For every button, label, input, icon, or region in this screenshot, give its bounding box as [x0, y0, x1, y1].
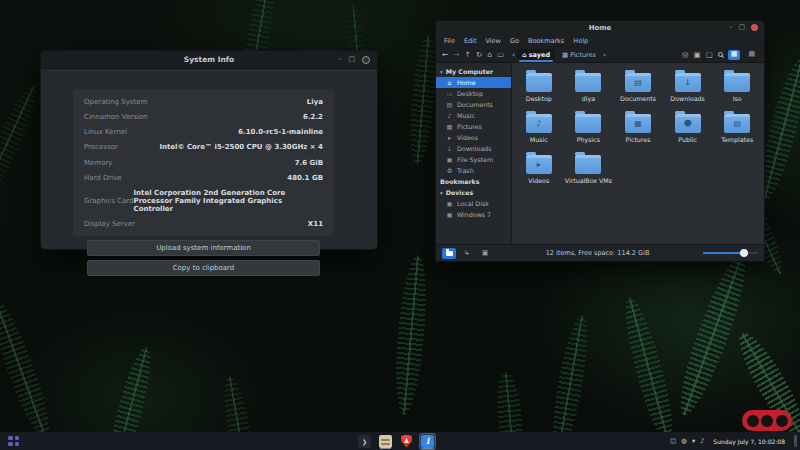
close-icon[interactable]	[362, 56, 370, 64]
search-icon[interactable]	[718, 52, 723, 57]
folder-documents[interactable]: ▤ Documents	[613, 70, 663, 102]
sidebar-item-home[interactable]: ⌂ Home	[436, 77, 511, 88]
sidebar-item-local-disk[interactable]: ▣ Local Disk	[436, 198, 511, 209]
system-tray: ◱ ◍ ▾ ♪ Sunday July 7, 10:02:08	[670, 435, 797, 447]
sidebar-section-my-computer[interactable]: ▾ My Computer	[436, 66, 511, 77]
music-player-icon[interactable]: ♪	[700, 438, 704, 445]
sidebar-section-bookmarks[interactable]: Bookmarks	[436, 176, 511, 187]
taskbar-app-launcher[interactable]: ❯	[357, 434, 372, 449]
folder-iso[interactable]: Iso	[712, 70, 762, 102]
breadcrumb-home[interactable]: ⌂ sayed	[517, 49, 555, 60]
path-scroll-right-icon[interactable]: ›	[603, 51, 606, 59]
sidebar-item-label: Trash	[457, 167, 474, 174]
open-terminal-icon[interactable]: ▣	[694, 51, 701, 59]
sidebar-toggle-button[interactable]: ▣	[478, 248, 492, 259]
menu-bookmarks[interactable]: Bookmarks	[528, 37, 564, 45]
list-view-button[interactable]: ▤	[745, 50, 758, 60]
show-desktop-button[interactable]	[794, 435, 797, 447]
maximize-icon[interactable]: ▢	[348, 56, 355, 63]
music-icon: ♪	[446, 112, 453, 119]
folder-view: Desktop diya ▤ Documents ↓ Downloads Iso	[512, 63, 764, 244]
maximize-icon[interactable]: ▢	[738, 24, 745, 31]
system-info-titlebar[interactable]: System Info – ▢	[41, 51, 377, 69]
file-manager-titlebar[interactable]: Home – ▢	[436, 21, 764, 34]
folder-virtualbox-vms[interactable]: VirtualBox VMs	[564, 152, 614, 184]
copy-to-clipboard-button[interactable]: Copy to clipboard	[87, 260, 320, 276]
close-icon[interactable]	[751, 24, 758, 31]
sidebar-item-file-system[interactable]: ▣ File System	[436, 154, 511, 165]
treeview-toggle-button[interactable]: ↳	[460, 248, 474, 259]
folder-downloads[interactable]: ↓ Downloads	[663, 70, 713, 102]
sidebar-item-trash[interactable]: ♻ Trash	[436, 165, 511, 176]
menu-file[interactable]: File	[444, 37, 455, 45]
sidebar-item-windows-7[interactable]: ▣ Windows 7	[436, 209, 511, 220]
folder-emblem	[575, 114, 601, 133]
home-icon[interactable]: ⌂	[487, 51, 492, 59]
menu-help[interactable]: Help	[573, 37, 588, 45]
folder-pictures[interactable]: ▦ Pictures	[613, 111, 663, 143]
info-label: Display Server	[84, 220, 135, 228]
reload-icon[interactable]: ↻	[476, 51, 482, 59]
folder-name: diya	[582, 95, 595, 102]
sidebar-item-videos[interactable]: ▸ Videos	[436, 132, 511, 143]
computer-icon[interactable]: ▭	[497, 51, 504, 59]
minimize-icon[interactable]: –	[729, 24, 733, 31]
info-icon: i	[421, 435, 434, 448]
taskbar-app-system-info[interactable]: i	[420, 434, 435, 449]
zoom-slider[interactable]	[703, 248, 758, 258]
menu-edit[interactable]: Edit	[464, 37, 477, 45]
folder-templates[interactable]: ▤ Templates	[712, 111, 762, 143]
sidebar-section-devices[interactable]: ▾ Devices	[436, 187, 511, 198]
menu-dot	[15, 442, 20, 446]
back-icon[interactable]: ←	[442, 51, 448, 59]
clock[interactable]: Sunday July 7, 10:02:08	[713, 438, 785, 445]
windows-overlap-icon[interactable]: ◱	[670, 438, 676, 445]
menu-dot	[15, 436, 20, 440]
chevron-down-icon[interactable]: ▾	[440, 69, 443, 75]
menu-view[interactable]: View	[485, 37, 500, 45]
file-system-icon: ▣	[446, 156, 453, 163]
volume-icon[interactable]: ▾	[692, 438, 695, 445]
network-icon[interactable]: ◍	[681, 438, 687, 445]
sidebar-item-desktop[interactable]: ▭ Desktop	[436, 88, 511, 99]
menu-go[interactable]: Go	[510, 37, 519, 45]
places-toggle-button[interactable]	[442, 248, 456, 259]
info-row-hard-drive: Hard Drive 480.1 GB	[84, 170, 323, 185]
home-icon: ⌂	[446, 79, 453, 86]
folder-music[interactable]: ♪ Music	[514, 111, 564, 143]
folder-desktop[interactable]: Desktop	[514, 70, 564, 102]
icon-view-button[interactable]: ▦	[728, 50, 741, 60]
slider-knob[interactable]	[740, 249, 748, 257]
info-row-display-server: Display Server X11	[84, 217, 323, 232]
folder-icon	[526, 73, 552, 92]
taskbar-app-files[interactable]	[378, 434, 393, 449]
sidebar-item-documents[interactable]: ▤ Documents	[436, 99, 511, 110]
folder-name: Music	[530, 136, 548, 143]
up-icon[interactable]: ↑	[465, 51, 471, 59]
location-entry-icon[interactable]: ◎	[682, 51, 689, 59]
taskbar-app-browser[interactable]	[399, 434, 414, 449]
file-manager-title: Home	[589, 24, 612, 32]
taskbar: ❯ i ◱ ◍ ▾ ♪ Sunday July 7, 10:02:08	[0, 432, 800, 450]
path-scroll-left-icon[interactable]: ‹	[512, 51, 515, 59]
breadcrumb-label: Pictures	[570, 51, 596, 59]
desktop-icon: ▭	[446, 90, 453, 97]
folder-physics[interactable]: Physics	[564, 111, 614, 143]
breadcrumb-pictures[interactable]: ▦ Pictures	[557, 49, 601, 60]
folder-diya[interactable]: diya	[564, 70, 614, 102]
extra-pane-icon[interactable]: ▢	[706, 51, 713, 59]
folder-public[interactable]: ☻ Public	[663, 111, 713, 143]
desktop: System Info – ▢ Operating System Liya Ci…	[0, 0, 800, 450]
fern-frond	[0, 295, 59, 445]
menu-button[interactable]	[6, 434, 21, 448]
chevron-down-icon[interactable]: ▾	[440, 190, 443, 196]
sidebar-item-downloads[interactable]: ↓ Downloads	[436, 143, 511, 154]
sidebar-item-music[interactable]: ♪ Music	[436, 110, 511, 121]
folder-videos[interactable]: ▸ Videos	[514, 152, 564, 184]
sidebar-item-label: File System	[457, 156, 493, 163]
watermark-circle	[776, 415, 788, 427]
upload-system-information-button[interactable]: Upload system information	[87, 240, 320, 256]
sidebar-item-pictures[interactable]: ▦ Pictures	[436, 121, 511, 132]
forward-icon[interactable]: →	[453, 51, 459, 59]
minimize-icon[interactable]: –	[338, 56, 342, 63]
